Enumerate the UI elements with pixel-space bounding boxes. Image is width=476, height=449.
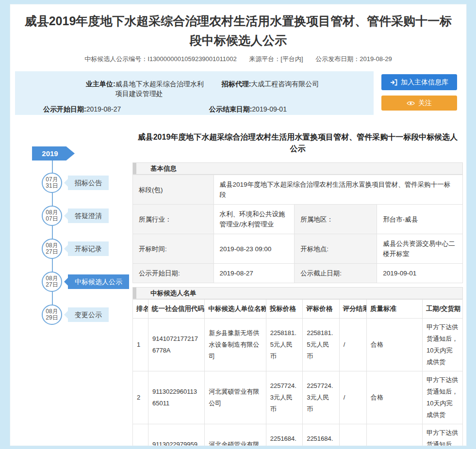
pub-end-label: 公示截止日期:: [295, 264, 377, 283]
cell-score: /: [339, 424, 366, 447]
bid-agent-label: 招标代理:: [222, 79, 251, 98]
notice-number-label: 中标候选人公示编号：: [84, 55, 148, 63]
cell-rank: 1: [133, 319, 148, 371]
timeline-label-winning-candidates[interactable]: 中标候选人公示: [68, 274, 129, 289]
timeline-item-winning-candidates: 08月 27日 中标候选人公示: [10, 271, 132, 292]
timeline-date: 08月 27日: [42, 239, 62, 259]
source-platform-value: [平台内]: [280, 55, 303, 63]
page-panel: 威县2019年度地下水超采综合治理农村生活用水置换项目管材、管件采购十一标段中标…: [10, 4, 467, 446]
table-row: 标段(包) 威县2019年度地下水超采综合治理农村生活用水置换项目管材、管件采购…: [133, 175, 463, 205]
col-header-credit-code: 统一社会信用代码: [148, 300, 204, 319]
publicity-end: 公示结束日期: 2019-09-01: [205, 104, 374, 114]
col-header-rank: 排名: [133, 300, 148, 319]
basic-info-section-header: 基本信息: [132, 162, 463, 175]
cell-score: /: [339, 371, 366, 424]
candidates-section-title: 中标候选人名单: [150, 289, 197, 298]
timeline-date-day: 07日: [46, 216, 58, 222]
action-buttons: 加入主体信息库 关注: [381, 74, 457, 115]
timeline-date-day: 31日: [46, 183, 58, 189]
notice-number-value: I1300000001059239001011002: [148, 55, 236, 63]
timeline-label-clarification[interactable]: 答疑澄清: [68, 208, 109, 223]
basic-info-section-title: 基本信息: [150, 164, 177, 173]
bid-agent-value: 大成工程咨询有限公司: [251, 79, 319, 98]
timeline-item-bid-opening: 08月 27日 开标记录: [10, 238, 132, 259]
timeline-date-day: 27日: [46, 282, 58, 288]
cell-rank: 3: [133, 424, 148, 447]
timeline-date: 08月 27日: [42, 272, 62, 292]
bid-section-value: 威县2019年度地下水超采综合治理农村生活用水置换项目管材、管件采购十一标段: [213, 175, 462, 205]
publicity-start-label: 公示开始日期:: [43, 104, 86, 114]
section-accent-bar: [133, 163, 136, 174]
join-subject-library-button[interactable]: 加入主体信息库: [381, 74, 457, 90]
candidates-section: 中标候选人名单 排名 统一社会信用代码 中标候选人单位名称 投标价格 评标价格: [132, 287, 463, 446]
table-row: 公示开始日期: 2019-08-27 公示截止日期: 2019-09-01: [133, 264, 463, 283]
timeline-label-tender-notice[interactable]: 招标公告: [68, 176, 109, 190]
timeline-item-change-notice: 08月 29日 变更公示: [10, 304, 132, 325]
cell-delivery: 甲方下达供货通知后，10天内完成供货: [422, 371, 462, 424]
timeline-date-day: 29日: [46, 315, 58, 321]
follow-button[interactable]: 关注: [381, 96, 457, 111]
source-platform: 来源平台：[平台内]: [249, 55, 303, 63]
timeline-date: 07月 31日: [42, 173, 62, 193]
table-row: 开标时间: 2019-08-23 09:00 开标地点: 威县公共资源交易中心二…: [133, 234, 463, 264]
publicity-end-value: 2019-09-01: [252, 104, 287, 114]
cell-company: 河北金硕管业有限公司: [205, 424, 266, 447]
cell-eval-price: 2251684.5元人民币: [303, 424, 339, 447]
cell-quality: 合格: [367, 371, 423, 424]
open-time-value: 2019-08-23 09:00: [213, 234, 295, 264]
open-place-value: 威县公共资源交易中心二楼开标室: [377, 234, 463, 264]
table-row: 3 91130229799594267J 河北金硕管业有限公司 2251684.…: [133, 424, 463, 447]
summary-info-box: 业主单位: 威县地下水超采综合治理水利项目建设管理处 招标代理: 大成工程咨询有…: [15, 71, 374, 115]
cell-rank: 2: [133, 371, 148, 424]
cell-delivery: 甲方下达供货通知后，10天内完成供货: [422, 319, 462, 371]
table-row: 所属行业： 水利、环境和公共设施管理业/水利管理业 所属地区： 邢台市-威县: [133, 205, 463, 234]
follow-label: 关注: [418, 99, 432, 108]
eye-icon: [407, 100, 415, 106]
cell-credit-code: 911302296011365011: [148, 371, 204, 424]
cell-delivery: 甲方下达供货通知后，10天内完成供货: [422, 424, 462, 447]
cell-quality: 合格: [367, 319, 423, 371]
cell-eval-price: 2258181.5元人民币: [303, 319, 339, 371]
table-row: 1 91410721772176778A 新乡县豫新无塔供水设备制造有限公司 2…: [133, 319, 463, 371]
source-platform-label: 来源平台：: [249, 55, 280, 63]
table-row: 2 911302296011365011 河北冀硕管业有限公司 2257724.…: [133, 371, 463, 424]
industry-value: 水利、环境和公共设施管理业/水利管理业: [213, 205, 295, 234]
cell-company: 河北冀硕管业有限公司: [205, 371, 266, 424]
cell-quality: 合格: [367, 424, 423, 447]
region-value: 邢台市-威县: [377, 205, 463, 234]
pub-start-label: 公示开始日期:: [133, 264, 214, 283]
publish-date: 公示发布日期：2019-08-29: [315, 55, 392, 63]
candidates-table: 排名 统一社会信用代码 中标候选人单位名称 投标价格 评标价格 评分结果 质量标…: [132, 299, 463, 446]
industry-label: 所属行业：: [133, 205, 214, 234]
section-accent-bar: [133, 288, 136, 299]
publish-date-label: 公示发布日期：: [315, 55, 360, 63]
cell-credit-code: 91410721772176778A: [148, 319, 204, 371]
table-header-row: 排名 统一社会信用代码 中标候选人单位名称 投标价格 评标价格 评分结果 质量标…: [133, 300, 463, 319]
open-time-label: 开标时间:: [133, 234, 214, 264]
timeline-date: 08月 29日: [42, 305, 62, 325]
publicity-start: 公示开始日期: 2019-08-27: [15, 104, 205, 114]
timeline-year-flag: 2019: [32, 146, 75, 160]
col-header-bid-price: 投标价格: [266, 300, 302, 319]
cell-bid-price: 2257724.3元人民币: [266, 371, 302, 424]
col-header-company: 中标候选人单位名称: [205, 300, 266, 319]
page-title: 威县2019年度地下水超采综合治理农村生活用水置换项目管材、管件采购十一标段中标…: [23, 11, 454, 50]
col-header-eval-price: 评标价格: [303, 300, 339, 319]
owner-unit: 业主单位: 威县地下水超采综合治理水利项目建设管理处: [15, 79, 205, 98]
summary-row: 业主单位: 威县地下水超采综合治理水利项目建设管理处 招标代理: 大成工程咨询有…: [15, 71, 461, 115]
col-header-score: 评分结果: [339, 300, 366, 319]
timeline-label-change-notice[interactable]: 变更公示: [68, 307, 109, 322]
owner-unit-value: 威县地下水超采综合治理水利项目建设管理处: [115, 79, 205, 98]
notice-number: 中标候选人公示编号：I1300000001059239001011002: [84, 55, 236, 63]
cell-eval-price: 2257724.3元人民币: [303, 371, 339, 424]
region-label: 所属地区：: [295, 205, 377, 234]
content-column: 威县2019年度地下水超采综合治理农村生活用水置换项目管材、管件采购十一标段中标…: [132, 127, 463, 446]
cell-company: 新乡县豫新无塔供水设备制造有限公司: [205, 319, 266, 371]
timeline-date: 08月 07日: [42, 206, 62, 226]
timeline-label-bid-opening[interactable]: 开标记录: [68, 241, 109, 256]
pub-end-value: 2019-09-01: [377, 264, 463, 283]
col-header-delivery: 工期/交货期: [422, 300, 462, 319]
sign-in-icon: [390, 79, 397, 86]
bid-agent: 招标代理: 大成工程咨询有限公司: [205, 79, 374, 98]
col-header-quality: 质量标准: [367, 300, 423, 319]
